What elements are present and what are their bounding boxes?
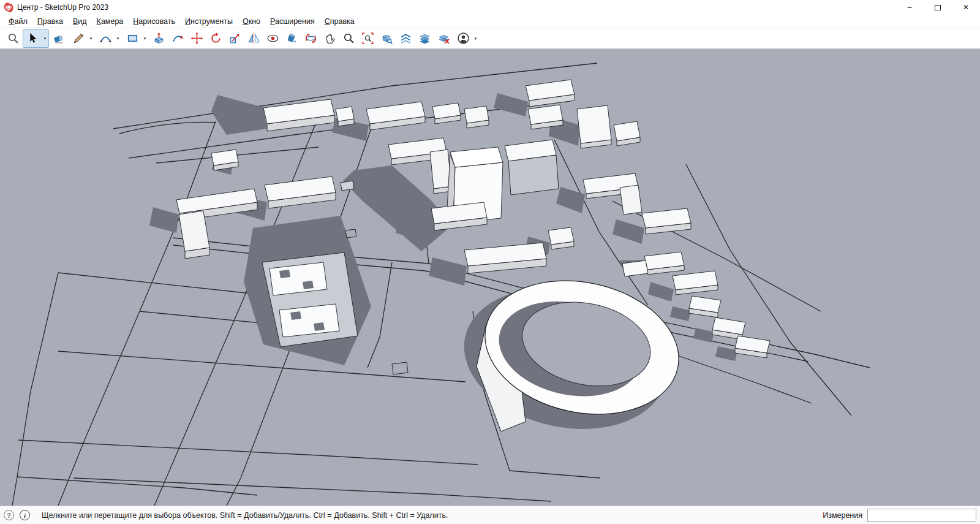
account-button[interactable] (454, 30, 472, 47)
tool-line-button[interactable] (69, 30, 88, 47)
viewport-container (0, 49, 980, 506)
zoom-icon (342, 32, 355, 45)
tool-pushpull-button[interactable] (149, 30, 168, 47)
tool-orbit-button[interactable] (301, 30, 320, 47)
tool-layers-button[interactable] (415, 30, 434, 47)
status-bar: ? i Щелкните или перетащите для выбора о… (0, 506, 980, 524)
menu-window[interactable]: Окно (238, 15, 265, 28)
tool-modelsearch-button[interactable] (377, 30, 396, 47)
tool-shapes-dropdown[interactable]: ▾ (141, 30, 148, 47)
minimize-button[interactable]: – (895, 0, 924, 15)
account-icon (457, 32, 470, 45)
look-around-icon (266, 32, 279, 45)
layers-hide-icon (437, 32, 450, 45)
rotate-icon (209, 32, 222, 45)
menu-camera[interactable]: Камера (92, 15, 129, 28)
tool-paintbucket-button[interactable] (282, 30, 301, 47)
pan-hand-icon (323, 32, 336, 45)
paint-bucket-icon (285, 32, 298, 45)
menu-file[interactable]: Файл (4, 15, 32, 28)
menu-help[interactable]: Справка (320, 15, 360, 28)
rectangle-icon (126, 32, 139, 45)
tool-followme-button[interactable] (168, 30, 187, 47)
tool-softenedges-button[interactable] (396, 30, 415, 47)
follow-me-icon (172, 32, 184, 45)
tool-move-button[interactable] (187, 30, 206, 47)
tool-scale-button[interactable] (225, 30, 244, 47)
tool-shapes-group: ▾ (123, 29, 149, 48)
tool-select-button[interactable] (23, 30, 42, 47)
tool-search-button[interactable] (4, 30, 22, 47)
zoom-extents-icon (361, 32, 374, 45)
move-icon (190, 32, 203, 45)
tool-rotate-button[interactable] (206, 30, 225, 47)
close-button[interactable]: ✕ (952, 0, 980, 15)
menu-extensions[interactable]: Расширения (265, 15, 320, 28)
sketchup-logo-icon (4, 2, 13, 12)
tool-line-group: ▾ (69, 29, 95, 48)
tool-eraser-button[interactable] (50, 30, 68, 47)
main-toolbar: ▾ ▾ ▾ (0, 28, 980, 49)
scale-icon (228, 32, 241, 45)
window-title: Центр - SketchUp Pro 2023 (17, 3, 108, 12)
tool-select-group: ▾ (23, 29, 49, 48)
select-cursor-icon (26, 32, 39, 45)
title-bar: Центр - SketchUp Pro 2023 – ✕ (0, 0, 980, 15)
account-dropdown[interactable]: ▾ (472, 30, 479, 47)
menu-view[interactable]: Вид (68, 15, 92, 28)
account-group: ▾ (453, 29, 480, 48)
soften-edges-icon (399, 32, 412, 45)
menu-draw[interactable]: Нарисовать (128, 15, 180, 28)
tool-zoomextents-button[interactable] (358, 30, 377, 47)
tool-flip-button[interactable] (244, 30, 263, 47)
eraser-icon (53, 32, 66, 45)
search-icon (7, 32, 20, 45)
orbit-icon (304, 32, 317, 45)
layers-icon (418, 32, 431, 45)
tool-zoom-button[interactable] (339, 30, 358, 47)
measurements-input[interactable] (867, 509, 976, 522)
push-pull-icon (153, 32, 165, 45)
flip-icon (247, 32, 260, 45)
menu-tools[interactable]: Инструменты (180, 15, 238, 28)
3d-viewport[interactable] (0, 49, 980, 506)
arc-icon (99, 32, 112, 45)
tool-arc-button[interactable] (96, 30, 115, 47)
menu-bar: Файл Правка Вид Камера Нарисовать Инстру… (0, 15, 980, 28)
tool-arc-dropdown[interactable]: ▾ (115, 30, 121, 47)
tool-arc-group: ▾ (96, 29, 122, 48)
tool-layershide-button[interactable] (434, 30, 453, 47)
tool-pan-button[interactable] (320, 30, 339, 47)
measurements-label: Измерения (823, 511, 862, 520)
tool-shapes-button[interactable] (123, 30, 141, 47)
tool-lookaround-button[interactable] (263, 30, 282, 47)
menu-edit[interactable]: Правка (32, 15, 68, 28)
status-message: Щелкните или перетащите для выбора объек… (42, 511, 448, 520)
help-icon[interactable]: ? (4, 510, 14, 520)
model-search-icon (380, 32, 393, 45)
info-icon[interactable]: i (20, 510, 30, 520)
tool-select-dropdown[interactable]: ▾ (42, 30, 48, 47)
maximize-button[interactable] (924, 0, 952, 15)
pencil-icon (72, 32, 85, 45)
tool-line-dropdown[interactable]: ▾ (88, 30, 94, 47)
